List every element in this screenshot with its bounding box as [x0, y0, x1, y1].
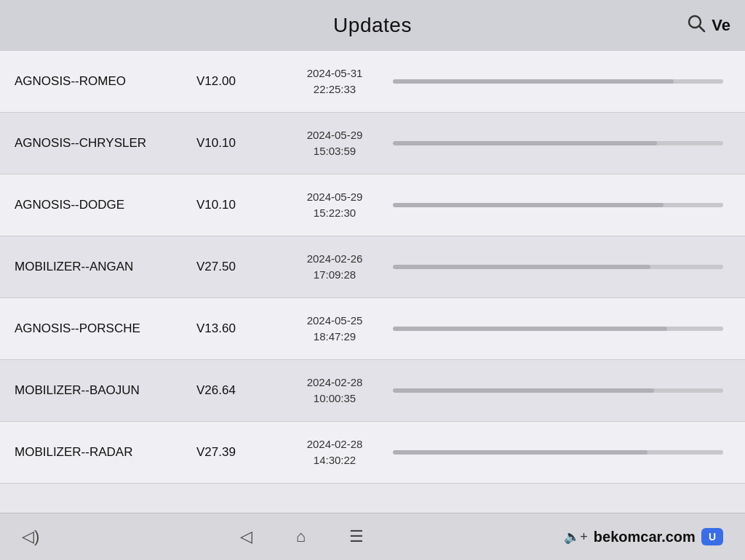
progress-bar-bg: [393, 141, 723, 145]
progress-bar-bg: [393, 450, 723, 455]
item-name: MOBILIZER--ANGAN: [7, 260, 196, 274]
progress-bar-bg: [393, 388, 723, 393]
table-row[interactable]: MOBILIZER--BAOJUN V26.64 2024-02-2810:00…: [0, 360, 745, 422]
table-row[interactable]: AGNOSIS--PORSCHE V13.60 2024-05-2518:47:…: [0, 298, 745, 360]
item-progress: [393, 141, 738, 145]
progress-bar-fill: [393, 79, 674, 84]
item-version: V27.39: [196, 445, 276, 460]
table-row[interactable]: AGNOSIS--CHRYSLER V10.10 2024-05-2915:03…: [0, 113, 745, 175]
item-date: 2024-02-2814:30:22: [276, 436, 393, 469]
menu-icon[interactable]: ☰: [349, 527, 364, 546]
item-version: V26.64: [196, 383, 276, 398]
item-progress: [393, 450, 738, 455]
progress-bar-bg: [393, 265, 723, 269]
item-version: V13.60: [196, 321, 276, 336]
header: Updates Ve: [0, 0, 745, 51]
bottom-center-controls: ◁ ⌂ ☰: [240, 527, 364, 546]
bottom-navigation-bar: ◁) ◁ ⌂ ☰ 🔈+ bekomcar.com U: [0, 513, 745, 560]
progress-bar-fill: [393, 203, 664, 207]
item-name: MOBILIZER--RADAR: [7, 445, 196, 460]
bottom-right-area: 🔈+ bekomcar.com U: [564, 528, 723, 545]
item-date: 2024-02-2617:09:28: [276, 251, 393, 284]
progress-bar-bg: [393, 79, 723, 84]
progress-bar-fill: [393, 388, 654, 393]
brand-label: bekomcar.com: [594, 529, 696, 545]
back-icon[interactable]: ◁: [240, 527, 252, 546]
bottom-left-controls: ◁): [22, 527, 39, 546]
progress-bar-fill: [393, 141, 657, 145]
progress-bar-fill: [393, 265, 650, 269]
progress-bar-bg: [393, 327, 723, 331]
progress-bar-fill: [393, 327, 667, 331]
table-row[interactable]: MOBILIZER--RADAR V27.39 2024-02-2814:30:…: [0, 422, 745, 484]
table-row[interactable]: AGNOSIS--ROMEO V12.00 2024-05-3122:25:33: [0, 51, 745, 113]
table-row[interactable]: MOBILIZER--ANGAN V27.50 2024-02-2617:09:…: [0, 236, 745, 298]
item-progress: [393, 203, 738, 207]
page-title: Updates: [333, 14, 412, 37]
item-name: AGNOSIS--CHRYSLER: [7, 136, 196, 151]
item-date: 2024-05-2915:22:30: [276, 189, 393, 222]
item-date: 2024-05-3122:25:33: [276, 65, 393, 98]
svg-line-1: [699, 26, 704, 31]
item-name: AGNOSIS--ROMEO: [7, 74, 196, 89]
progress-bar-bg: [393, 203, 723, 207]
item-progress: [393, 79, 738, 84]
item-name: AGNOSIS--PORSCHE: [7, 321, 196, 336]
item-progress: [393, 388, 738, 393]
update-list: AGNOSIS--ROMEO V12.00 2024-05-3122:25:33…: [0, 51, 745, 513]
item-date: 2024-05-2915:03:59: [276, 127, 393, 160]
item-date: 2024-02-2810:00:35: [276, 375, 393, 407]
item-version: V27.50: [196, 260, 276, 274]
item-name: MOBILIZER--BAOJUN: [7, 383, 196, 398]
search-icon[interactable]: [687, 14, 706, 37]
volume-icon[interactable]: ◁): [22, 527, 39, 546]
item-version: V10.10: [196, 198, 276, 212]
volume-plus-label: 🔈+: [564, 529, 588, 545]
item-version: V12.00: [196, 74, 276, 89]
progress-bar-fill: [393, 450, 648, 455]
header-ve-text: Ve: [712, 16, 730, 35]
update-badge[interactable]: U: [701, 528, 723, 545]
item-date: 2024-05-2518:47:29: [276, 313, 393, 345]
item-name: AGNOSIS--DODGE: [7, 198, 196, 212]
header-actions: Ve: [687, 14, 730, 37]
item-progress: [393, 327, 738, 331]
table-row[interactable]: AGNOSIS--DODGE V10.10 2024-05-2915:22:30: [0, 175, 745, 236]
item-version: V10.10: [196, 136, 276, 151]
item-progress: [393, 265, 738, 269]
home-icon[interactable]: ⌂: [296, 527, 306, 546]
